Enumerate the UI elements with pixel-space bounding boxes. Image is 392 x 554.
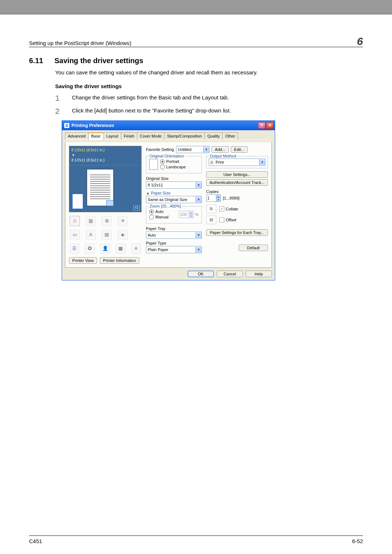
step-2: 2 Click the [Add] button next to the "Fa… (55, 107, 363, 115)
paper-size-label: ▲ Paper Size (146, 191, 202, 195)
chapter-number: 6 (357, 36, 363, 46)
status-icons-row-2: ▭ A ▤ ◈ (70, 230, 141, 240)
default-button[interactable]: Default (239, 245, 268, 251)
page-corner-icon (106, 200, 114, 206)
palette-icon[interactable]: ▦ (116, 243, 125, 254)
arrow-down-icon: ▼ (72, 153, 139, 158)
titlebar-help-button[interactable]: ? (258, 122, 265, 129)
cancel-button[interactable]: Cancel (217, 271, 243, 277)
tab-cover-mode[interactable]: Cover Mode (137, 132, 164, 140)
paper-tray-label: Paper Tray (146, 226, 202, 231)
stamp-icon[interactable]: ✪ (85, 243, 94, 254)
section-title: Saving the driver settings (54, 57, 143, 65)
favorite-setting-dropdown[interactable]: Untitled ▼ (176, 146, 209, 153)
auth-track-button[interactable]: Authentication/Account Track... (206, 179, 268, 186)
a4-icon[interactable]: A (86, 230, 96, 240)
section-intro: You can save the setting values of the c… (55, 69, 363, 77)
spin-up-icon[interactable]: ▲ (189, 211, 193, 214)
checkbox-off-icon (219, 217, 224, 222)
step-number: 2 (55, 107, 63, 115)
chevron-down-icon: ▼ (196, 232, 201, 238)
zoom-auto-radio[interactable]: Auto (149, 209, 168, 214)
clipboard-icon[interactable]: ☰ (70, 243, 79, 254)
zoom-group: Zoom [25...400%] Auto (146, 206, 202, 223)
tab-stamp-composition[interactable]: Stamp/Composition (164, 132, 205, 140)
dialog-title: Printing Preferences (72, 123, 114, 128)
dialog-footer: OK Cancel Help (65, 271, 272, 277)
printer-view-button[interactable]: Printer View (69, 257, 97, 264)
step-text: Click the [Add] button next to the "Favo… (72, 107, 231, 115)
orientation-preview-icon (149, 159, 158, 170)
printer-status-icon[interactable]: ⎙ (70, 216, 80, 226)
zoom-spinner[interactable]: ▲▼ (179, 211, 193, 218)
radio-off-icon (160, 165, 165, 169)
page-footer: C451 6-52 (29, 535, 363, 544)
paper-size-dropdown[interactable]: Same as Original Size ▼ (146, 196, 202, 203)
spin-down-icon[interactable]: ▼ (216, 198, 220, 201)
tab-other[interactable]: Other (222, 132, 238, 140)
copies-range-label: [1...9999] (223, 196, 240, 200)
tab-pane-basic: 8 1/2x11 (8.5x11 in.) ▼ 8 1/2x11 (8.5x11… (65, 142, 272, 268)
chevron-down-icon: ▼ (196, 247, 201, 253)
list-icon[interactable]: ≡ (131, 243, 141, 254)
copies-icon[interactable]: ⧉ (102, 216, 112, 226)
section-heading: 6.11 Saving the driver settings (29, 57, 363, 65)
step-1: 1 Change the driver settings from the Ba… (55, 94, 363, 102)
tag-icon[interactable]: ◈ (118, 230, 128, 240)
duplicate-icon[interactable]: ▭ (70, 230, 80, 240)
tab-finish[interactable]: Finish (121, 132, 137, 140)
status-icons-row-1: ⎙ ▥ ⧉ ✳ (70, 216, 141, 226)
paper-tray-dropdown[interactable]: Auto ▼ (146, 231, 202, 239)
printer-icon: ⎙ (64, 123, 69, 128)
page-header: Setting up the PostScript driver (Window… (29, 36, 363, 47)
folder-icon[interactable]: ✳ (118, 216, 128, 226)
user-settings-button[interactable]: User Settings... (206, 171, 268, 178)
paper-type-dropdown[interactable]: Plain Paper ▼ (146, 246, 202, 253)
preview-info: 8 1/2x11 (8.5x11 in.) ▼ 8 1/2x11 (8.5x11… (69, 146, 142, 165)
tab-quality[interactable]: Quality (204, 132, 222, 140)
zoom-manual-radio[interactable]: Manual (149, 215, 168, 219)
tab-basic[interactable]: Basic (88, 132, 104, 140)
footer-right: 6-52 (352, 538, 363, 544)
step-number: 1 (55, 94, 63, 102)
paper-settings-each-tray-button[interactable]: Paper Settings for Each Tray... (206, 229, 268, 236)
orientation-portrait-radio[interactable]: Portrait (160, 159, 186, 164)
output-method-dropdown[interactable]: ⎙ Print ▼ (209, 159, 265, 166)
sub-heading: Saving the driver settings (55, 83, 363, 89)
tab-advanced[interactable]: Advanced (65, 132, 89, 140)
radio-on-icon (160, 159, 165, 164)
copies-label: Copies (206, 189, 268, 194)
original-size-dropdown[interactable]: 8 1/2x11 ▼ (146, 181, 202, 189)
printer-information-button[interactable]: Printer Information (100, 257, 139, 264)
original-size-label: Original Size (146, 176, 202, 181)
checkbox-on-icon (219, 206, 224, 212)
offset-checkbox[interactable]: Offset (219, 217, 236, 222)
radio-off-icon (149, 215, 154, 219)
edit-favorite-button[interactable]: Edit... (231, 146, 248, 153)
dialog-title-bar[interactable]: ⎙ Printing Preferences ? ✕ (62, 121, 275, 130)
tab-layout[interactable]: Layout (103, 132, 121, 140)
orientation-landscape-radio[interactable]: Landscape (160, 165, 186, 169)
page-preview: x1 (69, 165, 142, 212)
footer-left: C451 (29, 538, 42, 544)
spin-down-icon[interactable]: ▼ (189, 214, 193, 218)
collate-icon: ⧉ (206, 205, 216, 213)
ok-button[interactable]: OK (188, 271, 214, 277)
percent-label: % (195, 212, 199, 217)
person-icon[interactable]: 👤 (101, 243, 110, 254)
section-number: 6.11 (29, 57, 46, 65)
copies-spinner[interactable]: ▲▼ (206, 194, 221, 202)
output-method-group: Output Method ⎙ Print ▼ (206, 156, 268, 168)
cover-icon[interactable]: ▤ (102, 230, 112, 240)
document-icon (72, 194, 83, 209)
chevron-down-icon: ▼ (259, 159, 265, 165)
add-favorite-button[interactable]: Add... (212, 146, 229, 153)
page-icon[interactable]: ▥ (86, 216, 96, 226)
chevron-down-icon: ▼ (196, 197, 201, 202)
spin-up-icon[interactable]: ▲ (216, 195, 220, 198)
chevron-down-icon: ▼ (203, 147, 209, 152)
help-button[interactable]: Help (246, 271, 272, 277)
step-text: Change the driver settings from the Basi… (72, 94, 229, 102)
titlebar-close-button[interactable]: ✕ (266, 122, 273, 129)
collate-checkbox[interactable]: Collate (219, 206, 238, 212)
